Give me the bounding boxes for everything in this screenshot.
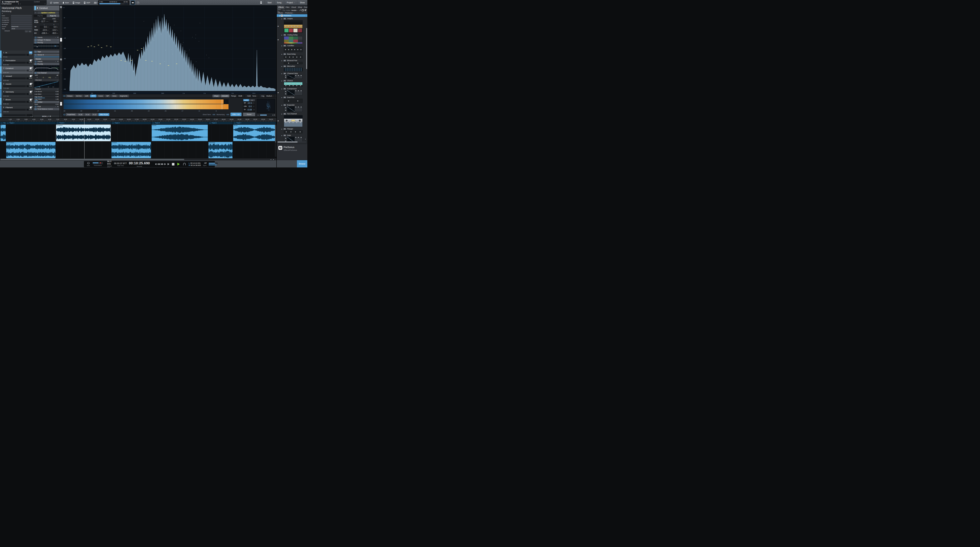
wav-file-icon[interactable]: ∵∶WAV [29, 51, 32, 54]
track-gain-slider[interactable] [3, 85, 26, 87]
effect-thumbnail[interactable] [284, 130, 302, 133]
track-inserts-header[interactable]: Inserts▼+ [34, 36, 59, 38]
track-gain-slider[interactable] [3, 78, 26, 79]
effect-thumbnail[interactable] [284, 82, 302, 87]
track-tab-track-1[interactable]: ◄►Track 1 [0, 122, 6, 124]
output-volume[interactable] [209, 163, 218, 165]
fat-channel-section-eq[interactable]: EQ [47, 76, 53, 79]
spectrum-analyzer[interactable]: 501002005001 k2 k5 k10 k0-6-12-18-24-30-… [62, 5, 276, 94]
track-eq-curve-graph[interactable] [34, 44, 59, 49]
meter-power-icon[interactable] [63, 114, 65, 116]
clip-unravel[interactable]: Unravel [111, 142, 151, 159]
track-tab-track-2[interactable]: ◄►Track 2 [6, 122, 56, 124]
edit-song-icon[interactable] [30, 67, 32, 70]
insert-scheps73[interactable]: Scheps 73 Stereo▼ [34, 38, 59, 41]
control-dropdown-icon[interactable]: ▼ [45, 3, 46, 5]
master-pan-knob[interactable] [60, 59, 62, 60]
browser-scrollbar[interactable] [306, 28, 307, 83]
spectrum-mode-curve[interactable]: Curve [97, 95, 105, 97]
play-button[interactable] [177, 163, 180, 165]
nav-start-button[interactable]: Start [265, 0, 274, 5]
effect-row[interactable]: ▶FXBeat Delay [282, 53, 307, 55]
next-page-button[interactable] [131, 0, 135, 5]
effect-thumbnail[interactable] [284, 68, 302, 71]
sync-status[interactable]: OffSync [203, 162, 207, 166]
track-list-item[interactable]: ▾6Sanctuary0.003:00 min [0, 90, 33, 98]
stop-button[interactable] [172, 163, 175, 165]
param-low-atten[interactable]: Low Atten0.00 [34, 93, 59, 95]
power-icon[interactable] [35, 106, 37, 108]
spectrum-mode-3rd-oct[interactable]: 3rd Oct [75, 95, 83, 97]
thumbnail-view-icon[interactable] [302, 10, 304, 11]
crumb-presonus[interactable]: PreSonus [285, 12, 293, 14]
edit-song-icon[interactable] [30, 82, 32, 85]
effect-row[interactable]: ▶FXAmpire [282, 17, 307, 20]
bank-number[interactable]: 1 [18, 3, 19, 5]
track-gain-slider[interactable] [3, 62, 26, 63]
passive-eq-dropdown[interactable]: Passive▼ [34, 88, 59, 90]
effect-thumbnail[interactable] [284, 75, 302, 79]
clip-resize-handle[interactable] [110, 125, 111, 126]
list-view-icon[interactable] [305, 10, 307, 11]
fat-channel-section-g[interactable]: G [34, 76, 40, 79]
control-link-device-panel[interactable]: Compressor On Control 2-FatChannel 1 ▼ ▼ [0, 0, 47, 5]
wrench-icon[interactable] [299, 10, 301, 11]
track-tab-track-3[interactable]: ◄►Track 3 [56, 122, 111, 124]
effect-row[interactable]: ▶FXFlanger [282, 128, 307, 130]
update-button[interactable]: Update [48, 0, 60, 5]
effect-thumbnail[interactable] [284, 115, 302, 127]
artwork-remove-button[interactable]: x [29, 30, 32, 32]
dropzone-download-icon[interactable] [258, 1, 265, 4]
insert-proeq-track[interactable]: Pro EQ▼ [34, 41, 59, 44]
meter-mode-ebu-r128[interactable]: EBU R128 [99, 113, 109, 116]
expand-arrow-icon[interactable]: ▶ [282, 80, 282, 81]
power-icon[interactable] [35, 41, 37, 43]
field-input[interactable] [11, 19, 32, 21]
spectrum-power-icon[interactable] [63, 95, 65, 97]
track-list-item[interactable]: ▾ [0, 113, 33, 117]
rewind-button[interactable] [154, 163, 157, 165]
master-inserts-header[interactable]: Inserts▼+ [34, 60, 59, 63]
edit-song-icon[interactable] [30, 106, 32, 109]
effect-row[interactable]: ▶FXCompressor [282, 87, 307, 90]
track-gain-slider[interactable] [3, 54, 26, 56]
spectrum-mode-octave[interactable]: Octave [66, 95, 74, 97]
nav-project-button[interactable]: Project▼ [284, 0, 297, 5]
meter-mode-k-20[interactable]: K-20 [77, 113, 84, 116]
track-list-item[interactable]: ▾1In∵∶WAV2.0042 sec [0, 51, 33, 59]
smooth-toggle[interactable]: Smooth [221, 95, 229, 97]
ebu-scale-button[interactable]: EBU +18 [231, 113, 242, 116]
tab-shop[interactable]: Shop [297, 5, 303, 9]
expand-arrow-icon[interactable]: ▶ [282, 45, 282, 46]
browser-hscrollbar[interactable] [278, 141, 306, 143]
track-list-item[interactable]: ▾8Filament0.003:50 min [0, 105, 33, 113]
spectrum-mode-12th[interactable]: 12th [83, 95, 90, 97]
compressor-curve-graph[interactable]: -48-24-12 [34, 81, 59, 88]
clip-resize-handle[interactable] [110, 140, 111, 141]
effect-row[interactable]: ▶FXGate [282, 134, 307, 136]
slope-toggle[interactable]: Slope [212, 95, 220, 97]
tonal-balance-control-row[interactable]: Tonal Balance Control▼ [34, 108, 59, 110]
expand-arrow-icon[interactable]: ▶ [282, 88, 282, 89]
expand-arrow-icon[interactable]: ▶ [282, 97, 282, 98]
expand-arrow-icon[interactable]: ▶ [282, 113, 282, 114]
range-dropdown[interactable]: -50dB▼ [237, 95, 246, 97]
artwork-more-button[interactable]: ... [25, 30, 28, 32]
clip-in[interactable]: In [0, 125, 6, 141]
power-icon[interactable] [35, 72, 37, 74]
clip-resize-handle[interactable] [83, 140, 84, 141]
power-icon[interactable] [35, 54, 37, 56]
edit-song-icon[interactable] [30, 90, 32, 93]
help-button[interactable]: ? [137, 2, 139, 4]
bank-dropdown-icon[interactable]: ▼ [20, 3, 21, 5]
clip-sanctuary[interactable]: Sanctuary [208, 142, 233, 159]
effect-row[interactable]: ▶FXFat Channel [282, 113, 307, 115]
track-gain-slider[interactable] [3, 93, 26, 95]
effect-row[interactable]: ▶FXAutofilter [282, 44, 307, 47]
tab-pre-fx[interactable]: Pre FX [34, 14, 47, 17]
track-time-display[interactable]: 00:03:37.877Track Time [114, 162, 127, 166]
scroll-up-icon[interactable]: ▲ [305, 15, 307, 16]
nav-song-button[interactable]: Song [274, 0, 284, 5]
power-icon[interactable] [35, 36, 37, 38]
sort-folder[interactable]: Folder [286, 10, 291, 11]
